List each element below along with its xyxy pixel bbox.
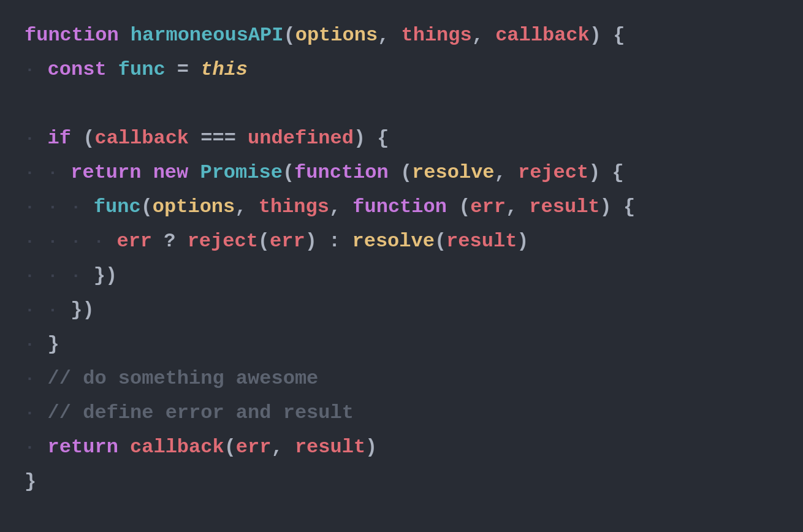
indent-dots: · — [25, 330, 48, 360]
code-token: callback — [94, 121, 189, 156]
code-token: } — [25, 465, 36, 499]
code-token: function — [294, 156, 400, 190]
code-token: result — [529, 190, 599, 224]
code-line: · if (callback === undefined) { — [25, 121, 778, 156]
code-token: func — [118, 53, 166, 87]
indent-dots: · · · — [25, 261, 94, 291]
code-token: ( — [83, 121, 94, 156]
code-line: } — [25, 465, 778, 499]
code-token: reject — [518, 156, 588, 190]
code-token: resolve — [412, 156, 494, 190]
code-token: function — [25, 18, 131, 53]
code-token: }) — [70, 293, 94, 327]
code-token: result — [446, 224, 517, 259]
code-line: · const func = this — [25, 53, 778, 87]
code-line: function harmoneousAPI(options, things, … — [25, 18, 778, 53]
code-token: options — [153, 190, 235, 224]
code-token: callback — [130, 430, 224, 465]
code-token: ) { — [600, 190, 636, 224]
code-token: reject — [188, 224, 258, 259]
code-line: · · · }) — [25, 259, 778, 293]
code-line: · · }) — [25, 293, 778, 327]
code-token: === — [189, 121, 248, 156]
indent-dots: · · · · — [25, 227, 116, 257]
code-token: , — [235, 190, 258, 224]
code-token: } — [48, 327, 59, 362]
indent-dots: · — [25, 55, 48, 85]
indent-dots: · · — [25, 295, 70, 325]
indent-dots: · — [25, 124, 48, 154]
code-token: options — [295, 18, 378, 53]
code-line: · } — [25, 327, 778, 362]
code-token: Promise — [200, 156, 282, 190]
code-token: ( — [283, 156, 294, 190]
indent-dots: · — [25, 364, 48, 394]
indent-dots: · — [25, 433, 48, 463]
code-token: ( — [283, 18, 295, 53]
code-token: return — [48, 430, 130, 465]
code-token: , — [472, 18, 495, 53]
indent-dots: · — [25, 398, 48, 428]
indent-dots: · · — [25, 158, 70, 188]
code-token: // do something awesome — [48, 362, 319, 396]
code-token: func — [94, 190, 141, 224]
code-token: , — [329, 190, 352, 224]
code-token: things — [402, 18, 472, 53]
code-token: // define error and result — [48, 396, 354, 430]
code-line: · // do something awesome — [25, 362, 778, 396]
code-line: · return callback(err, result) — [25, 430, 778, 465]
code-empty-line — [25, 87, 778, 121]
code-token: return — [70, 156, 153, 190]
code-token: err — [270, 224, 305, 259]
code-token: new — [153, 156, 200, 190]
code-token: ( — [224, 430, 236, 465]
code-token: ( — [459, 190, 470, 224]
code-token: ) — [365, 430, 377, 465]
code-token: , — [495, 156, 518, 190]
code-token: ( — [258, 224, 270, 259]
code-token: function — [352, 190, 459, 224]
code-token: err — [236, 430, 272, 465]
code-token: ( — [141, 190, 153, 224]
code-token: harmoneousAPI — [131, 18, 284, 53]
code-token: ) : — [305, 224, 352, 259]
code-token: this — [200, 53, 248, 87]
code-line: · // define error and result — [25, 396, 778, 430]
code-token: ) — [517, 224, 528, 259]
code-token: ( — [435, 224, 446, 259]
code-token: const — [48, 53, 118, 87]
code-line: · · return new Promise(function (resolve… — [25, 156, 778, 190]
code-token: ) { — [590, 18, 625, 53]
code-line: · · · func(options, things, function (er… — [25, 190, 778, 224]
code-token: undefined — [248, 121, 354, 156]
indent-dots: · · · — [25, 192, 94, 222]
code-token: things — [259, 190, 329, 224]
code-token: if — [48, 121, 83, 156]
code-token: , — [506, 190, 529, 224]
code-token: err — [116, 224, 152, 259]
code-token: ? — [152, 224, 188, 259]
code-token: result — [295, 430, 365, 465]
code-token: = — [166, 53, 201, 87]
code-token: callback — [495, 18, 590, 53]
code-token: }) — [94, 259, 117, 293]
code-token: , — [271, 430, 294, 465]
code-token: ( — [400, 156, 412, 190]
code-token: ) { — [354, 121, 389, 156]
code-token: , — [378, 18, 401, 53]
code-token: ) { — [588, 156, 624, 190]
code-token: err — [470, 190, 506, 224]
code-editor: function harmoneousAPI(options, things, … — [0, 0, 803, 532]
code-line: · · · · err ? reject(err) : resolve(resu… — [25, 224, 778, 259]
code-token: resolve — [352, 224, 434, 259]
